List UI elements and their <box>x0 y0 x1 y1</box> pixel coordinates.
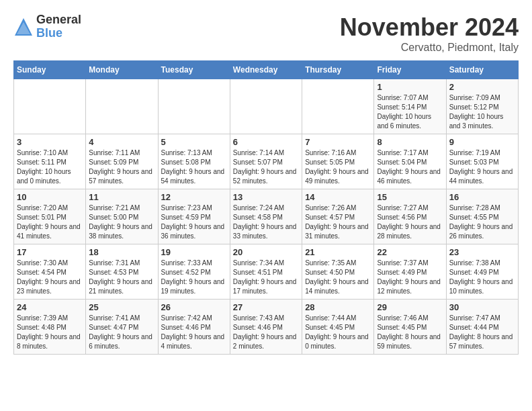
title-block: November 2024 Cervatto, Piedmont, Italy <box>340 13 519 54</box>
calendar-cell: 3Sunrise: 7:10 AM Sunset: 5:11 PM Daylig… <box>14 134 86 189</box>
calendar-cell: 4Sunrise: 7:11 AM Sunset: 5:09 PM Daylig… <box>86 134 158 189</box>
day-number: 6 <box>233 137 299 147</box>
calendar-cell: 25Sunrise: 7:41 AM Sunset: 4:47 PM Dayli… <box>86 300 158 355</box>
day-number: 19 <box>161 247 227 257</box>
day-number: 10 <box>17 192 83 202</box>
day-info: Sunrise: 7:30 AM Sunset: 4:54 PM Dayligh… <box>17 259 83 296</box>
calendar-cell: 5Sunrise: 7:13 AM Sunset: 5:08 PM Daylig… <box>158 134 230 189</box>
day-info: Sunrise: 7:10 AM Sunset: 5:11 PM Dayligh… <box>17 148 83 186</box>
calendar-table: SundayMondayTuesdayWednesdayThursdayFrid… <box>13 60 519 355</box>
calendar-cell <box>302 79 374 134</box>
day-number: 16 <box>449 192 515 202</box>
day-info: Sunrise: 7:27 AM Sunset: 4:56 PM Dayligh… <box>377 203 443 241</box>
day-info: Sunrise: 7:35 AM Sunset: 4:50 PM Dayligh… <box>305 259 371 296</box>
day-number: 13 <box>233 192 299 202</box>
calendar-cell <box>14 79 86 134</box>
calendar-cell: 15Sunrise: 7:27 AM Sunset: 4:56 PM Dayli… <box>374 189 446 244</box>
day-info: Sunrise: 7:24 AM Sunset: 4:58 PM Dayligh… <box>233 203 299 241</box>
calendar-cell: 22Sunrise: 7:37 AM Sunset: 4:49 PM Dayli… <box>374 244 446 300</box>
calendar-week-row: 3Sunrise: 7:10 AM Sunset: 5:11 PM Daylig… <box>14 134 519 189</box>
calendar-cell: 30Sunrise: 7:47 AM Sunset: 4:44 PM Dayli… <box>446 300 518 355</box>
weekday-header: Monday <box>86 61 158 79</box>
logo: General Blue <box>13 13 81 40</box>
day-info: Sunrise: 7:44 AM Sunset: 4:45 PM Dayligh… <box>305 314 371 351</box>
day-info: Sunrise: 7:11 AM Sunset: 5:09 PM Dayligh… <box>89 148 154 186</box>
calendar-cell: 21Sunrise: 7:35 AM Sunset: 4:50 PM Dayli… <box>302 244 374 300</box>
calendar-cell: 28Sunrise: 7:44 AM Sunset: 4:45 PM Dayli… <box>302 300 374 355</box>
day-number: 27 <box>233 302 299 312</box>
calendar-week-row: 17Sunrise: 7:30 AM Sunset: 4:54 PM Dayli… <box>14 244 519 300</box>
day-info: Sunrise: 7:37 AM Sunset: 4:49 PM Dayligh… <box>377 259 443 296</box>
weekday-header: Tuesday <box>158 61 230 79</box>
calendar-cell: 10Sunrise: 7:20 AM Sunset: 5:01 PM Dayli… <box>14 189 86 244</box>
day-number: 12 <box>161 192 227 202</box>
month-title: November 2024 <box>340 13 519 42</box>
day-number: 21 <box>305 247 371 257</box>
calendar-cell: 18Sunrise: 7:31 AM Sunset: 4:53 PM Dayli… <box>86 244 158 300</box>
day-number: 7 <box>305 137 371 147</box>
calendar-cell: 2Sunrise: 7:09 AM Sunset: 5:12 PM Daylig… <box>446 79 518 134</box>
day-info: Sunrise: 7:09 AM Sunset: 5:12 PM Dayligh… <box>449 93 515 131</box>
calendar-cell: 9Sunrise: 7:19 AM Sunset: 5:03 PM Daylig… <box>446 134 518 189</box>
day-number: 15 <box>377 192 443 202</box>
weekday-header: Thursday <box>302 61 374 79</box>
day-number: 23 <box>449 247 515 257</box>
calendar-week-row: 10Sunrise: 7:20 AM Sunset: 5:01 PM Dayli… <box>14 189 519 244</box>
day-info: Sunrise: 7:07 AM Sunset: 5:14 PM Dayligh… <box>377 93 443 131</box>
logo-icon <box>13 17 34 37</box>
calendar-cell: 26Sunrise: 7:42 AM Sunset: 4:46 PM Dayli… <box>158 300 230 355</box>
calendar-cell: 1Sunrise: 7:07 AM Sunset: 5:14 PM Daylig… <box>374 79 446 134</box>
day-info: Sunrise: 7:42 AM Sunset: 4:46 PM Dayligh… <box>161 314 227 351</box>
day-number: 14 <box>305 192 371 202</box>
day-number: 25 <box>89 302 154 312</box>
day-info: Sunrise: 7:23 AM Sunset: 4:59 PM Dayligh… <box>161 203 227 241</box>
day-number: 20 <box>233 247 299 257</box>
day-info: Sunrise: 7:26 AM Sunset: 4:57 PM Dayligh… <box>305 203 371 241</box>
day-number: 24 <box>17 302 83 312</box>
calendar-cell: 8Sunrise: 7:17 AM Sunset: 5:04 PM Daylig… <box>374 134 446 189</box>
weekday-header: Sunday <box>14 61 86 79</box>
day-number: 26 <box>161 302 227 312</box>
weekday-header: Saturday <box>446 61 518 79</box>
day-info: Sunrise: 7:39 AM Sunset: 4:48 PM Dayligh… <box>17 314 83 351</box>
day-number: 5 <box>161 137 227 147</box>
logo-general: General <box>36 13 81 27</box>
day-number: 22 <box>377 247 443 257</box>
day-info: Sunrise: 7:31 AM Sunset: 4:53 PM Dayligh… <box>89 259 154 296</box>
weekday-header: Wednesday <box>230 61 302 79</box>
day-number: 28 <box>305 302 371 312</box>
day-number: 29 <box>377 302 443 312</box>
day-info: Sunrise: 7:43 AM Sunset: 4:46 PM Dayligh… <box>233 314 299 351</box>
location: Cervatto, Piedmont, Italy <box>340 42 519 54</box>
day-info: Sunrise: 7:28 AM Sunset: 4:55 PM Dayligh… <box>449 203 515 241</box>
calendar-cell: 17Sunrise: 7:30 AM Sunset: 4:54 PM Dayli… <box>14 244 86 300</box>
day-number: 3 <box>17 137 83 147</box>
day-info: Sunrise: 7:41 AM Sunset: 4:47 PM Dayligh… <box>89 314 154 351</box>
calendar-cell: 7Sunrise: 7:16 AM Sunset: 5:05 PM Daylig… <box>302 134 374 189</box>
day-info: Sunrise: 7:20 AM Sunset: 5:01 PM Dayligh… <box>17 203 83 241</box>
day-number: 11 <box>89 192 154 202</box>
weekday-header-row: SundayMondayTuesdayWednesdayThursdayFrid… <box>14 61 519 79</box>
day-number: 1 <box>377 82 443 92</box>
day-info: Sunrise: 7:34 AM Sunset: 4:51 PM Dayligh… <box>233 259 299 296</box>
calendar-cell: 14Sunrise: 7:26 AM Sunset: 4:57 PM Dayli… <box>302 189 374 244</box>
day-number: 8 <box>377 137 443 147</box>
day-number: 18 <box>89 247 154 257</box>
day-info: Sunrise: 7:19 AM Sunset: 5:03 PM Dayligh… <box>449 148 515 186</box>
day-info: Sunrise: 7:16 AM Sunset: 5:05 PM Dayligh… <box>305 148 371 186</box>
day-number: 2 <box>449 82 515 92</box>
calendar-cell: 24Sunrise: 7:39 AM Sunset: 4:48 PM Dayli… <box>14 300 86 355</box>
calendar-cell: 27Sunrise: 7:43 AM Sunset: 4:46 PM Dayli… <box>230 300 302 355</box>
calendar-cell: 12Sunrise: 7:23 AM Sunset: 4:59 PM Dayli… <box>158 189 230 244</box>
calendar-cell: 23Sunrise: 7:38 AM Sunset: 4:49 PM Dayli… <box>446 244 518 300</box>
day-info: Sunrise: 7:33 AM Sunset: 4:52 PM Dayligh… <box>161 259 227 296</box>
day-number: 17 <box>17 247 83 257</box>
logo-blue: Blue <box>36 27 81 40</box>
day-info: Sunrise: 7:14 AM Sunset: 5:07 PM Dayligh… <box>233 148 299 186</box>
day-number: 9 <box>449 137 515 147</box>
calendar-cell: 11Sunrise: 7:21 AM Sunset: 5:00 PM Dayli… <box>86 189 158 244</box>
calendar-cell: 19Sunrise: 7:33 AM Sunset: 4:52 PM Dayli… <box>158 244 230 300</box>
day-number: 4 <box>89 137 154 147</box>
calendar-cell: 13Sunrise: 7:24 AM Sunset: 4:58 PM Dayli… <box>230 189 302 244</box>
day-info: Sunrise: 7:13 AM Sunset: 5:08 PM Dayligh… <box>161 148 227 186</box>
